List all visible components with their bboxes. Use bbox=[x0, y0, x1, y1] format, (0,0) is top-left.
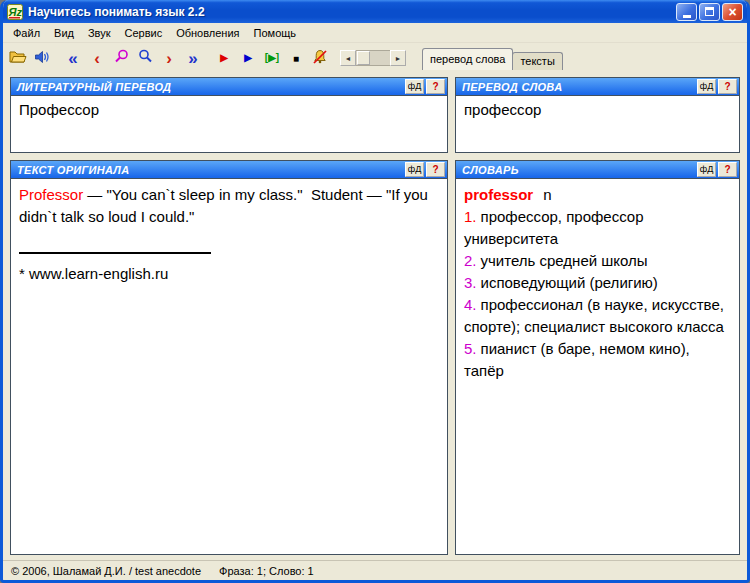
panel-header-buttons: фД ? bbox=[697, 79, 737, 94]
speed-scrollbar: ◄ ► bbox=[340, 50, 406, 66]
menu-item-help[interactable]: Помощь bbox=[247, 24, 304, 42]
app-window: Яz Научитесь понимать язык 2.2 × Файл Ви… bbox=[0, 0, 750, 583]
next-phrase-button[interactable]: › bbox=[157, 46, 181, 70]
first-phrase-button[interactable]: « bbox=[61, 46, 85, 70]
source-note: * www.learn-english.ru bbox=[19, 263, 439, 285]
close-button[interactable]: × bbox=[722, 3, 743, 21]
panel-word-header: ПЕРЕВОД СЛОВА фД ? bbox=[456, 78, 739, 96]
menu-bar: Файл Вид Звук Сервис Обновления Помощь bbox=[3, 23, 747, 43]
speaker-icon bbox=[34, 49, 50, 68]
font-button[interactable]: фД bbox=[405, 162, 424, 177]
scroll-left-button[interactable]: ◄ bbox=[340, 50, 356, 66]
font-button[interactable]: фД bbox=[697, 79, 716, 94]
help-button[interactable]: ? bbox=[718, 79, 737, 94]
prev-phrase-button[interactable]: ‹ bbox=[85, 46, 109, 70]
panel-header-buttons: фД ? bbox=[405, 79, 445, 94]
original-text-area[interactable]: Professor — "You can`t sleep in my class… bbox=[11, 179, 447, 554]
separator-line bbox=[19, 252, 211, 254]
panel-header-buttons: фД ? bbox=[697, 162, 737, 177]
scroll-right-button[interactable]: ► bbox=[390, 50, 406, 66]
entry-text: исповедующий (религию) bbox=[481, 274, 658, 291]
left-column: ЛИТЕРАТУРНЫЙ ПЕРЕВОД фД ? Профессор ТЕКС… bbox=[10, 77, 448, 555]
menu-item-service[interactable]: Сервис bbox=[118, 24, 170, 42]
open-file-button[interactable] bbox=[6, 46, 30, 70]
help-button[interactable]: ? bbox=[426, 162, 445, 177]
magnifier-forward-icon bbox=[138, 49, 153, 67]
menu-item-file[interactable]: Файл bbox=[6, 24, 47, 42]
help-button[interactable]: ? bbox=[718, 162, 737, 177]
magnifier-back-icon bbox=[114, 49, 129, 67]
entry-text: профессор, профессор университета bbox=[464, 208, 644, 247]
svg-text:Яz: Яz bbox=[8, 6, 23, 18]
tab-word-translation[interactable]: перевод слова bbox=[422, 48, 513, 70]
window-title: Научитесь понимать язык 2.2 bbox=[28, 5, 671, 19]
menu-item-view[interactable]: Вид bbox=[47, 24, 81, 42]
tab-texts[interactable]: тексты bbox=[512, 52, 562, 70]
panel-literary-translation: ЛИТЕРАТУРНЫЙ ПЕРЕВОД фД ? Профессор bbox=[10, 77, 448, 153]
panel-dictionary-title: СЛОВАРЬ bbox=[462, 164, 697, 176]
main-area: ЛИТЕРАТУРНЫЙ ПЕРЕВОД фД ? Профессор ТЕКС… bbox=[3, 73, 747, 560]
entry-number: 3. bbox=[464, 274, 477, 291]
font-button[interactable]: фД bbox=[405, 79, 424, 94]
highlighted-word[interactable]: Professor bbox=[19, 186, 83, 203]
play-selection-button[interactable]: [▶] bbox=[260, 46, 284, 70]
scroll-track[interactable] bbox=[356, 50, 390, 66]
word-translation-text[interactable]: профессор bbox=[456, 96, 739, 152]
entry-number: 1. bbox=[464, 208, 477, 225]
panel-dictionary: СЛОВАРЬ фД ? professorn 1.профессор, про… bbox=[455, 160, 740, 555]
menu-item-updates[interactable]: Обновления bbox=[169, 24, 246, 42]
last-phrase-button[interactable]: » bbox=[181, 46, 205, 70]
minimize-button[interactable] bbox=[676, 3, 697, 21]
mode-tabs: перевод слова тексты bbox=[422, 46, 563, 70]
menu-item-sound[interactable]: Звук bbox=[81, 24, 118, 42]
right-column: ПЕРЕВОД СЛОВА фД ? профессор СЛОВАРЬ фД … bbox=[455, 77, 740, 555]
panel-dictionary-header: СЛОВАРЬ фД ? bbox=[456, 161, 739, 179]
stop-button[interactable]: ■ bbox=[284, 46, 308, 70]
status-position: Фраза: 1; Слово: 1 bbox=[219, 565, 314, 577]
maximize-icon bbox=[705, 7, 714, 16]
bell-off-icon bbox=[312, 49, 328, 68]
entry-text: профессионал (в науке, искусстве, спорте… bbox=[464, 296, 724, 335]
play-all-button[interactable]: ▶ bbox=[236, 46, 260, 70]
entry-text: пианист (в баре, немом кино), тапёр bbox=[464, 340, 690, 379]
play-phrase-button[interactable]: ▶ bbox=[212, 46, 236, 70]
scroll-thumb[interactable] bbox=[357, 51, 370, 65]
minimize-icon bbox=[683, 15, 691, 18]
help-button[interactable]: ? bbox=[426, 79, 445, 94]
dictionary-area[interactable]: professorn 1.профессор, профессор универ… bbox=[456, 179, 739, 554]
panel-word-title: ПЕРЕВОД СЛОВА bbox=[462, 81, 697, 93]
search-forward-button[interactable] bbox=[133, 46, 157, 70]
panel-header-buttons: фД ? bbox=[405, 162, 445, 177]
dictionary-entry: 2.учитель средней школы bbox=[464, 250, 731, 272]
status-bar: © 2006, Шаламай Д.И. / test anecdote Фра… bbox=[3, 560, 747, 580]
entry-text: учитель средней школы bbox=[481, 252, 648, 269]
font-button[interactable]: фД bbox=[697, 162, 716, 177]
literary-translation-text[interactable]: Профессор bbox=[11, 96, 447, 152]
entry-number: 5. bbox=[464, 340, 477, 357]
panel-original-header: ТЕКСТ ОРИГИНАЛА фД ? bbox=[11, 161, 447, 179]
entry-number: 2. bbox=[464, 252, 477, 269]
panel-word-translation: ПЕРЕВОД СЛОВА фД ? профессор bbox=[455, 77, 740, 153]
panel-literary-title: ЛИТЕРАТУРНЫЙ ПЕРЕВОД bbox=[17, 81, 405, 93]
mute-button[interactable] bbox=[308, 46, 332, 70]
panel-original-text: ТЕКСТ ОРИГИНАЛА фД ? Professor — "You ca… bbox=[10, 160, 448, 555]
dictionary-entry: 3.исповедующий (религию) bbox=[464, 272, 731, 294]
dictionary-entry: 5.пианист (в баре, немом кино), тапёр bbox=[464, 338, 731, 382]
app-icon: Яz bbox=[7, 4, 23, 20]
close-icon: × bbox=[728, 5, 736, 19]
original-text: Professor — "You can`t sleep in my class… bbox=[19, 184, 439, 228]
title-bar[interactable]: Яz Научитесь понимать язык 2.2 × bbox=[3, 0, 747, 23]
search-back-button[interactable] bbox=[109, 46, 133, 70]
sound-button[interactable] bbox=[30, 46, 54, 70]
panel-literary-header: ЛИТЕРАТУРНЫЙ ПЕРЕВОД фД ? bbox=[11, 78, 447, 96]
window-controls: × bbox=[676, 3, 743, 21]
panel-original-title: ТЕКСТ ОРИГИНАЛА bbox=[17, 164, 405, 176]
status-copyright: © 2006, Шаламай Д.И. / test anecdote bbox=[11, 565, 201, 577]
entry-number: 4. bbox=[464, 296, 477, 313]
dictionary-entry: 4.профессионал (в науке, искусстве, спор… bbox=[464, 294, 731, 338]
maximize-button[interactable] bbox=[699, 3, 720, 21]
part-of-speech: n bbox=[543, 186, 551, 203]
open-folder-icon bbox=[9, 49, 27, 67]
toolbar: « ‹ › » ▶ ▶ [▶] ■ bbox=[3, 43, 747, 73]
dictionary-headword: professor bbox=[464, 186, 533, 203]
